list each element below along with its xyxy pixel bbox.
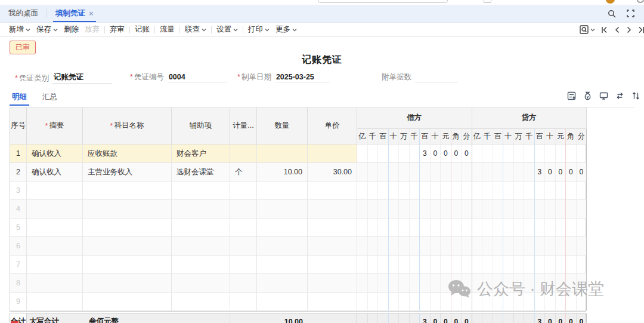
cell-account[interactable]	[83, 293, 172, 311]
toolbar-item-新增[interactable]: 新增	[6, 24, 33, 35]
digit-cell[interactable]	[368, 256, 379, 274]
toolbar-item-保存[interactable]: 保存	[33, 24, 61, 35]
digit-cell[interactable]	[410, 144, 420, 163]
cell-price[interactable]	[308, 144, 357, 163]
digit-cell[interactable]	[524, 237, 535, 256]
search-icon[interactable]	[608, 10, 616, 18]
cell-account[interactable]	[83, 219, 172, 237]
digit-cell[interactable]	[493, 200, 504, 219]
cell-account[interactable]	[83, 237, 172, 256]
toolbar-item-放弃[interactable]: 放弃	[82, 24, 103, 35]
digit-cell[interactable]	[441, 200, 451, 219]
digit-cell[interactable]	[472, 182, 483, 200]
digit-cell[interactable]	[503, 200, 514, 219]
digit-cell[interactable]	[472, 163, 483, 182]
digit-cell[interactable]	[503, 274, 514, 293]
cell-no[interactable]: 1	[10, 144, 27, 163]
toolbar-item-打印[interactable]: 打印	[245, 24, 273, 35]
field-input-凭证类别[interactable]: 记账凭证	[52, 72, 112, 84]
digit-cell[interactable]	[357, 200, 368, 219]
digit-cell[interactable]: 0	[556, 163, 566, 182]
digit-cell[interactable]	[545, 237, 556, 256]
tab-summary[interactable]: 汇总	[42, 92, 57, 106]
cell-aux[interactable]	[172, 256, 230, 274]
digit-cell[interactable]	[451, 237, 462, 256]
cell-price[interactable]	[308, 182, 357, 200]
digit-cell[interactable]	[410, 200, 420, 219]
digit-cell[interactable]	[410, 219, 420, 237]
cell-qty[interactable]	[257, 274, 308, 293]
digit-cell[interactable]	[577, 256, 587, 274]
digit-cell[interactable]	[514, 219, 525, 237]
cell-qty[interactable]	[257, 256, 308, 274]
digit-cell[interactable]	[545, 274, 556, 293]
digit-cell[interactable]	[503, 293, 514, 311]
digit-cell[interactable]	[378, 182, 389, 200]
cell-no[interactable]: 2	[10, 163, 27, 182]
digit-cell[interactable]	[399, 293, 410, 311]
digit-cell[interactable]	[441, 237, 451, 256]
digit-cell[interactable]	[524, 256, 535, 274]
digit-cell[interactable]	[410, 293, 420, 311]
toolbar-item-联查[interactable]: 联查	[182, 24, 209, 35]
cell-aux[interactable]	[172, 182, 230, 200]
digit-cell[interactable]	[357, 144, 368, 163]
tab-my-desktop[interactable]: 我的桌面	[0, 5, 47, 22]
digit-cell[interactable]	[378, 219, 389, 237]
cell-aux[interactable]	[172, 219, 230, 237]
digit-cell[interactable]	[420, 200, 431, 219]
digit-cell[interactable]	[441, 256, 451, 274]
digit-cell[interactable]	[378, 256, 389, 274]
digit-cell[interactable]	[545, 182, 556, 200]
digit-cell[interactable]	[389, 274, 400, 293]
digit-cell[interactable]	[420, 274, 431, 293]
digit-cell[interactable]	[441, 163, 451, 182]
cell-price[interactable]	[308, 200, 357, 219]
digit-cell[interactable]	[493, 256, 504, 274]
cell-no[interactable]: 3	[10, 182, 27, 200]
digit-cell[interactable]	[431, 256, 441, 274]
digit-cell[interactable]	[368, 274, 379, 293]
digit-cell[interactable]	[556, 144, 566, 163]
digit-cell[interactable]	[462, 182, 472, 200]
digit-cell[interactable]	[462, 219, 472, 237]
digit-cell[interactable]	[389, 256, 400, 274]
digit-cell[interactable]	[399, 163, 410, 182]
digit-cell[interactable]: 0	[545, 163, 556, 182]
digit-cell[interactable]	[482, 256, 493, 274]
digit-cell[interactable]	[462, 237, 472, 256]
close-icon[interactable]: ×	[89, 10, 94, 17]
toolbar-item-设置[interactable]: 设置	[213, 24, 241, 35]
digit-cell[interactable]	[524, 144, 535, 163]
digit-cell[interactable]	[420, 163, 431, 182]
digit-cell[interactable]	[556, 219, 566, 237]
locate-voucher-icon[interactable]	[580, 25, 595, 34]
toolbar-item-更多[interactable]: 更多	[273, 24, 300, 35]
digit-cell[interactable]	[524, 200, 535, 219]
digit-cell[interactable]: 0	[431, 144, 441, 163]
cell-unit[interactable]	[230, 182, 257, 200]
cell-qty[interactable]	[257, 219, 308, 237]
digit-cell[interactable]	[482, 200, 493, 219]
digit-cell[interactable]	[545, 293, 556, 311]
digit-cell[interactable]	[378, 144, 389, 163]
tab-detail[interactable]: 明细	[12, 92, 27, 106]
digit-cell[interactable]	[357, 163, 368, 182]
digit-cell[interactable]	[577, 144, 587, 163]
cell-aux[interactable]: 财会客户	[172, 144, 230, 163]
digit-cell[interactable]	[389, 200, 400, 219]
digit-cell[interactable]	[399, 200, 410, 219]
digit-cell[interactable]	[503, 182, 514, 200]
digit-cell[interactable]: 3	[420, 144, 431, 163]
digit-cell[interactable]	[368, 163, 379, 182]
digit-cell[interactable]	[410, 256, 420, 274]
digit-cell[interactable]	[431, 219, 441, 237]
digit-cell[interactable]	[357, 237, 368, 256]
digit-cell[interactable]: 0	[577, 163, 587, 182]
field-input-附单据数[interactable]	[415, 73, 458, 82]
digit-cell[interactable]	[545, 219, 556, 237]
digit-cell[interactable]	[482, 274, 493, 293]
digit-cell[interactable]	[357, 256, 368, 274]
digit-cell[interactable]	[577, 237, 587, 256]
digit-cell[interactable]	[431, 237, 441, 256]
